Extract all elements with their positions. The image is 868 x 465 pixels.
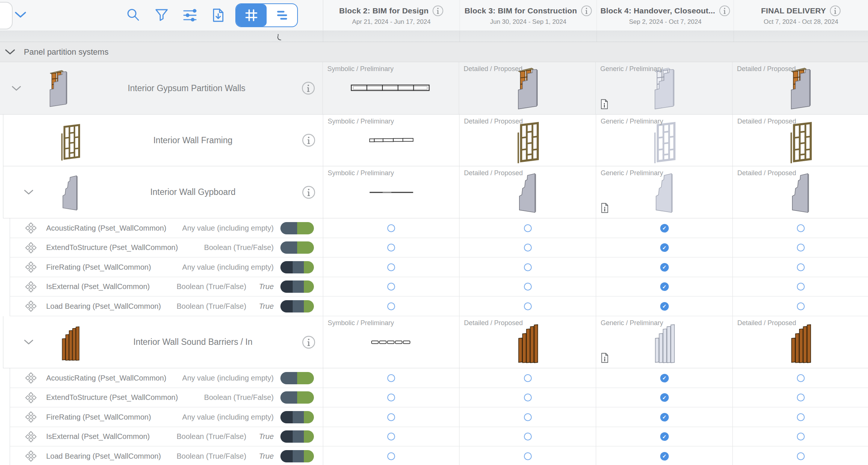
- document-info-badge-icon[interactable]: [600, 99, 608, 111]
- state-toggle[interactable]: [280, 450, 314, 462]
- radio-cell[interactable]: [460, 407, 596, 427]
- frame-view-button[interactable]: [236, 4, 267, 26]
- state-cell[interactable]: Generic / Preliminary: [596, 316, 733, 368]
- state-cell[interactable]: Detailed / Proposed: [733, 316, 868, 368]
- radio-cell[interactable]: [460, 388, 596, 407]
- document-info-badge-icon[interactable]: [601, 203, 609, 215]
- radio-checked[interactable]: ✓: [660, 432, 669, 441]
- state-toggle[interactable]: [280, 222, 314, 234]
- info-icon[interactable]: [302, 134, 315, 147]
- radio-checked[interactable]: ✓: [660, 224, 669, 232]
- state-toggle[interactable]: [280, 261, 314, 273]
- clipped-button[interactable]: [0, 2, 13, 29]
- expand-chevron-icon[interactable]: [23, 189, 34, 195]
- radio-cell[interactable]: [733, 257, 868, 277]
- radio-unchecked[interactable]: [387, 394, 395, 401]
- radio-checked[interactable]: ✓: [660, 374, 669, 382]
- filter-icon[interactable]: [154, 8, 169, 23]
- radio-cell[interactable]: ✓: [596, 427, 733, 446]
- radio-cell[interactable]: [323, 296, 460, 316]
- radio-unchecked[interactable]: [797, 283, 805, 291]
- radio-unchecked[interactable]: [387, 244, 395, 251]
- radio-unchecked[interactable]: [387, 452, 395, 460]
- radio-cell[interactable]: [323, 407, 460, 427]
- radio-unchecked[interactable]: [524, 224, 532, 232]
- radio-unchecked[interactable]: [524, 374, 532, 382]
- radio-cell[interactable]: [733, 446, 868, 465]
- state-toggle[interactable]: [280, 391, 314, 404]
- radio-unchecked[interactable]: [387, 224, 395, 232]
- expand-chevron-icon[interactable]: [11, 85, 22, 92]
- state-toggle[interactable]: [280, 300, 314, 312]
- radio-unchecked[interactable]: [797, 452, 805, 460]
- radio-cell[interactable]: [733, 296, 868, 316]
- radio-checked[interactable]: ✓: [660, 393, 669, 402]
- radio-unchecked[interactable]: [387, 263, 395, 271]
- radio-cell[interactable]: ✓: [596, 277, 733, 296]
- state-cell[interactable]: Symbolic / Preliminary: [323, 166, 460, 218]
- radio-cell[interactable]: [323, 238, 460, 257]
- state-cell[interactable]: Detailed / Proposed: [460, 166, 596, 218]
- radio-cell[interactable]: [323, 388, 460, 407]
- column-header-block4[interactable]: Block 4: Handover, Closeout... Sep 2, 20…: [597, 0, 734, 31]
- info-icon[interactable]: [432, 5, 443, 16]
- radio-unchecked[interactable]: [387, 302, 395, 310]
- radio-cell[interactable]: [460, 238, 596, 257]
- info-icon[interactable]: [581, 5, 592, 16]
- state-cell[interactable]: Detailed / Proposed: [459, 62, 596, 114]
- radio-cell[interactable]: [323, 218, 460, 238]
- radio-unchecked[interactable]: [524, 283, 532, 291]
- radio-unchecked[interactable]: [797, 394, 805, 401]
- radio-checked[interactable]: ✓: [660, 302, 669, 311]
- state-cell[interactable]: Generic / Preliminary: [596, 166, 733, 218]
- column-header-final-delivery[interactable]: FINAL DELIVERY Oct 7, 2024 - Oct 28, 202…: [734, 0, 868, 31]
- radio-cell[interactable]: [460, 296, 596, 316]
- radio-unchecked[interactable]: [387, 433, 395, 440]
- radio-cell[interactable]: ✓: [596, 257, 733, 277]
- radio-cell[interactable]: ✓: [596, 446, 733, 465]
- radio-checked[interactable]: ✓: [660, 282, 669, 291]
- state-toggle[interactable]: [280, 411, 314, 423]
- chevron-down-icon[interactable]: [4, 48, 16, 55]
- radio-cell[interactable]: [733, 388, 868, 407]
- radio-unchecked[interactable]: [797, 374, 805, 382]
- search-icon[interactable]: [126, 8, 141, 23]
- state-toggle[interactable]: [280, 430, 314, 443]
- info-icon[interactable]: [830, 5, 841, 16]
- radio-unchecked[interactable]: [524, 394, 532, 401]
- info-icon[interactable]: [302, 81, 315, 95]
- radio-cell[interactable]: [460, 427, 596, 446]
- state-toggle[interactable]: [280, 280, 314, 293]
- radio-unchecked[interactable]: [524, 244, 532, 251]
- radio-cell[interactable]: [460, 277, 596, 296]
- adjustments-icon[interactable]: [182, 8, 197, 23]
- radio-cell[interactable]: [460, 257, 596, 277]
- radio-checked[interactable]: ✓: [660, 263, 669, 272]
- export-file-icon[interactable]: [211, 8, 226, 23]
- column-header-block2[interactable]: Block 2: BIM for Design Apr 21, 2024 - J…: [323, 0, 460, 31]
- radio-cell[interactable]: [323, 277, 460, 296]
- radio-unchecked[interactable]: [797, 433, 805, 440]
- state-toggle[interactable]: [280, 241, 314, 254]
- list-view-button[interactable]: [267, 4, 297, 26]
- radio-checked[interactable]: ✓: [660, 243, 669, 252]
- radio-unchecked[interactable]: [797, 263, 805, 271]
- state-cell[interactable]: Detailed / Proposed: [460, 115, 596, 166]
- radio-cell[interactable]: [323, 368, 460, 388]
- expand-chevron-icon[interactable]: [23, 339, 34, 345]
- state-toggle[interactable]: [280, 372, 314, 384]
- radio-cell[interactable]: [323, 446, 460, 465]
- radio-unchecked[interactable]: [797, 413, 805, 421]
- column-header-block3[interactable]: Block 3: BIM for Construction Jun 30, 20…: [460, 0, 597, 31]
- radio-cell[interactable]: [733, 427, 868, 446]
- radio-unchecked[interactable]: [524, 452, 532, 460]
- state-cell[interactable]: Symbolic / Preliminary: [323, 115, 460, 166]
- info-icon[interactable]: [302, 336, 315, 349]
- radio-unchecked[interactable]: [387, 374, 395, 382]
- state-cell[interactable]: Symbolic / Preliminary: [323, 316, 460, 368]
- radio-unchecked[interactable]: [524, 263, 532, 271]
- radio-cell[interactable]: ✓: [596, 388, 733, 407]
- state-cell[interactable]: Symbolic / Preliminary: [323, 62, 459, 114]
- radio-cell[interactable]: ✓: [596, 407, 733, 427]
- state-cell[interactable]: Detailed / Proposed: [732, 62, 868, 114]
